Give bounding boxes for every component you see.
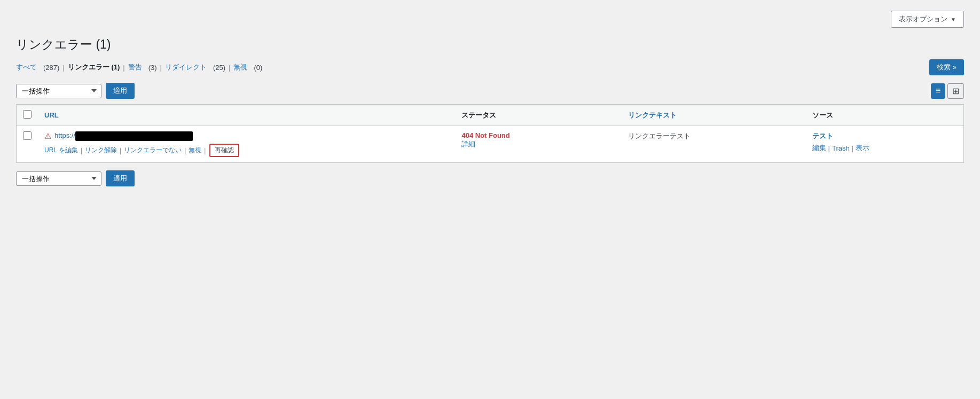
apply-button-top[interactable]: 適用 [106,83,135,99]
status-cell: 404 Not Found 詳細 [455,126,621,163]
source-title-link[interactable]: テスト [812,132,833,140]
col-url-link[interactable]: URL [44,111,59,119]
row-actions: URL を編集 | リンク解除 | リンクエラーでない | 無視 | 再確認 [44,144,449,157]
source-view-link[interactable]: 表示 [856,143,869,153]
status-error-text: 404 Not Found [461,131,615,139]
bulk-left-top: 一括操作 適用 [16,83,135,99]
grid-view-button[interactable]: ⊞ [947,83,964,99]
col-linktext-link[interactable]: リンクテキスト [628,111,677,119]
source-title-wrapper: テスト [812,131,957,141]
bulk-action-select-top[interactable]: 一括操作 [16,84,101,98]
top-bar: 表示オプション ▼ [16,11,964,28]
url-main: ⚠ https:// [44,131,449,141]
links-table: URL ステータス リンクテキスト ソース ⚠ [17,105,963,162]
source-trash-link[interactable]: Trash [832,144,850,152]
source-actions: 編集 | Trash | 表示 [812,143,957,153]
bulk-action-top-row: 一括操作 適用 ≡ ⊞ [16,83,964,99]
page-title: リンクエラー (1) [16,36,964,53]
filter-pipe-1: | [62,64,64,72]
col-header-status: ステータス [455,105,621,126]
recheck-button[interactable]: 再確認 [209,144,239,157]
action-sep-4: | [204,147,206,154]
link-text-cell: リンクエラーテスト [622,126,806,163]
status-detail: 詳細 [461,139,615,149]
unlink-link[interactable]: リンク解除 [85,146,117,155]
filter-bar: すべて (287) | リンクエラー (1) | 警告 (3) | リダイレクト… [16,59,964,75]
display-options-label: 表示オプション [899,14,947,24]
error-icon: ⚠ [44,131,51,141]
filter-redirect-link[interactable]: リダイレクト [165,62,207,72]
row-checkbox-cell[interactable] [17,126,38,163]
filter-pipe-3: | [160,64,162,72]
table-header-row: URL ステータス リンクテキスト ソース [17,105,963,126]
list-view-button[interactable]: ≡ [931,83,945,99]
url-prefix: https:// [54,131,75,139]
not-error-link[interactable]: リンクエラーでない [124,146,182,155]
view-toggle: ≡ ⊞ [931,83,964,99]
link-text-value: リンクエラーテスト [628,132,691,140]
source-sep-1: | [828,144,830,152]
filter-all-count: (287) [43,64,59,72]
source-cell: テスト 編集 | Trash | 表示 [806,126,963,163]
bulk-action-select-bottom[interactable]: 一括操作 [16,171,101,186]
table-row: ⚠ https:// URL を編集 | リンク解除 | リンクエラーでない [17,126,963,163]
filter-ignore-link[interactable]: 無視 [233,62,247,72]
url-redacted-block [75,131,193,141]
col-header-linktext: リンクテキスト [622,105,806,126]
chevron-down-icon: ▼ [951,17,956,22]
filter-link-error-current: リンクエラー (1) [68,62,120,72]
action-sep-2: | [120,147,121,154]
display-options-button[interactable]: 表示オプション ▼ [891,11,964,28]
action-sep-3: | [184,147,186,154]
action-sep-1: | [81,147,82,154]
row-checkbox[interactable] [23,131,32,140]
filter-warning-count: (3) [148,64,157,72]
source-sep-2: | [852,144,853,152]
filter-all-link[interactable]: すべて [16,62,37,72]
url-cell-content: ⚠ https:// URL を編集 | リンク解除 | リンクエラーでない [44,131,449,157]
bulk-action-bottom-row: 一括操作 適用 [16,170,964,186]
detail-link[interactable]: 詳細 [461,140,475,148]
apply-button-bottom[interactable]: 適用 [106,170,135,186]
filter-redirect-count: (25) [213,64,225,72]
url-link[interactable]: https:// [54,131,193,141]
filter-pipe-2: | [123,64,124,72]
search-button[interactable]: 検索 » [929,59,964,75]
edit-url-link[interactable]: URL を編集 [44,146,78,155]
select-all-checkbox-header[interactable] [17,105,38,126]
select-all-checkbox[interactable] [23,110,32,119]
col-header-source: ソース [806,105,963,126]
filter-links: すべて (287) | リンクエラー (1) | 警告 (3) | リダイレクト… [16,62,262,72]
filter-ignore-count: (0) [254,64,262,72]
filter-warning-link[interactable]: 警告 [128,62,142,72]
links-table-wrapper: URL ステータス リンクテキスト ソース ⚠ [16,104,964,163]
col-header-url: URL [38,105,455,126]
ignore-link[interactable]: 無視 [189,146,201,155]
filter-pipe-4: | [229,64,230,72]
url-cell: ⚠ https:// URL を編集 | リンク解除 | リンクエラーでない [38,126,455,163]
source-edit-link[interactable]: 編集 [812,143,826,153]
